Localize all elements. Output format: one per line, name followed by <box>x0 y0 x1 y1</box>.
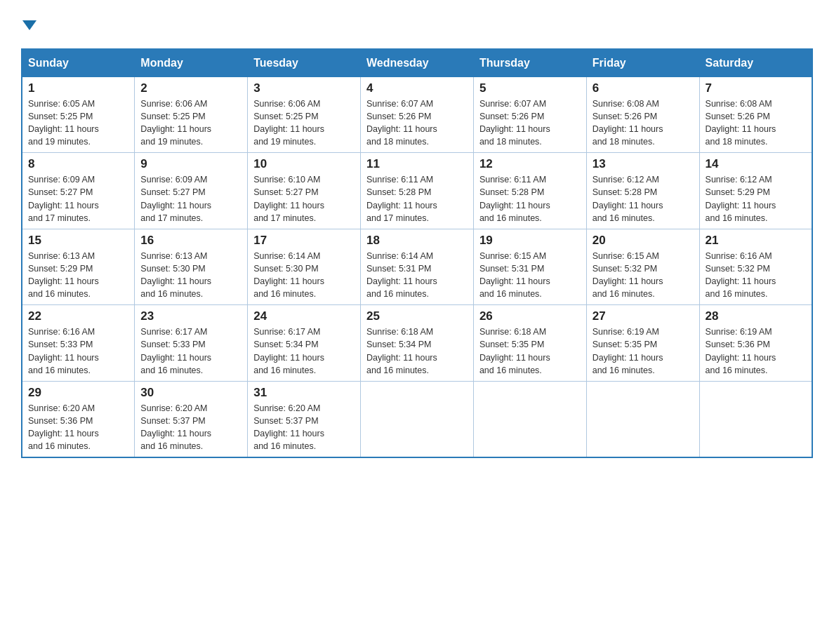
day-number: 21 <box>706 234 806 248</box>
day-number: 9 <box>140 157 241 171</box>
day-number: 13 <box>593 157 694 171</box>
day-info: Sunrise: 6:08 AMSunset: 5:26 PMDaylight:… <box>706 98 806 149</box>
calendar-cell: 21Sunrise: 6:16 AMSunset: 5:32 PMDayligh… <box>699 229 812 305</box>
calendar-header-tuesday: Tuesday <box>248 49 361 77</box>
day-number: 10 <box>253 157 355 171</box>
day-number: 31 <box>253 386 355 400</box>
day-number: 30 <box>140 386 241 400</box>
logo-triangle-icon <box>22 20 37 30</box>
day-number: 6 <box>593 81 694 95</box>
day-info: Sunrise: 6:18 AMSunset: 5:35 PMDaylight:… <box>479 326 581 377</box>
day-number: 1 <box>28 81 128 95</box>
day-info: Sunrise: 6:07 AMSunset: 5:26 PMDaylight:… <box>366 98 468 149</box>
day-info: Sunrise: 6:17 AMSunset: 5:33 PMDaylight:… <box>140 326 241 377</box>
calendar-header-monday: Monday <box>135 49 248 77</box>
day-info: Sunrise: 6:20 AMSunset: 5:36 PMDaylight:… <box>28 402 128 453</box>
day-number: 29 <box>28 386 128 400</box>
day-info: Sunrise: 6:16 AMSunset: 5:33 PMDaylight:… <box>28 326 128 377</box>
calendar-week-row: 29Sunrise: 6:20 AMSunset: 5:36 PMDayligh… <box>22 381 812 457</box>
day-info: Sunrise: 6:12 AMSunset: 5:29 PMDaylight:… <box>706 173 806 224</box>
day-number: 14 <box>706 157 806 171</box>
calendar-cell: 24Sunrise: 6:17 AMSunset: 5:34 PMDayligh… <box>248 305 361 382</box>
day-number: 15 <box>28 234 128 248</box>
day-number: 23 <box>140 309 241 323</box>
calendar-cell <box>361 381 474 457</box>
calendar-cell: 15Sunrise: 6:13 AMSunset: 5:29 PMDayligh… <box>22 229 135 305</box>
calendar-header-saturday: Saturday <box>699 49 812 77</box>
calendar-cell: 19Sunrise: 6:15 AMSunset: 5:31 PMDayligh… <box>473 229 586 305</box>
calendar-header-sunday: Sunday <box>22 49 135 77</box>
day-info: Sunrise: 6:12 AMSunset: 5:28 PMDaylight:… <box>593 173 694 224</box>
day-number: 2 <box>140 81 241 95</box>
day-number: 11 <box>366 157 468 171</box>
day-number: 22 <box>28 309 128 323</box>
day-info: Sunrise: 6:11 AMSunset: 5:28 PMDaylight:… <box>366 173 468 224</box>
calendar-cell: 3Sunrise: 6:06 AMSunset: 5:25 PMDaylight… <box>248 76 361 153</box>
calendar-table: SundayMondayTuesdayWednesdayThursdayFrid… <box>21 48 813 459</box>
day-number: 16 <box>140 234 241 248</box>
day-info: Sunrise: 6:19 AMSunset: 5:35 PMDaylight:… <box>593 326 694 377</box>
calendar-cell: 8Sunrise: 6:09 AMSunset: 5:27 PMDaylight… <box>22 153 135 229</box>
calendar-cell: 20Sunrise: 6:15 AMSunset: 5:32 PMDayligh… <box>586 229 699 305</box>
day-info: Sunrise: 6:20 AMSunset: 5:37 PMDaylight:… <box>253 402 355 453</box>
calendar-cell: 7Sunrise: 6:08 AMSunset: 5:26 PMDaylight… <box>699 76 812 153</box>
calendar-cell: 26Sunrise: 6:18 AMSunset: 5:35 PMDayligh… <box>473 305 586 382</box>
day-info: Sunrise: 6:05 AMSunset: 5:25 PMDaylight:… <box>28 98 128 149</box>
calendar-week-row: 22Sunrise: 6:16 AMSunset: 5:33 PMDayligh… <box>22 305 812 382</box>
day-number: 7 <box>706 81 806 95</box>
day-info: Sunrise: 6:10 AMSunset: 5:27 PMDaylight:… <box>253 173 355 224</box>
calendar-cell <box>699 381 812 457</box>
calendar-cell <box>586 381 699 457</box>
calendar-cell: 29Sunrise: 6:20 AMSunset: 5:36 PMDayligh… <box>22 381 135 457</box>
day-number: 4 <box>366 81 468 95</box>
day-info: Sunrise: 6:08 AMSunset: 5:26 PMDaylight:… <box>593 98 694 149</box>
calendar-cell: 14Sunrise: 6:12 AMSunset: 5:29 PMDayligh… <box>699 153 812 229</box>
day-number: 3 <box>253 81 355 95</box>
calendar-cell: 11Sunrise: 6:11 AMSunset: 5:28 PMDayligh… <box>361 153 474 229</box>
day-info: Sunrise: 6:20 AMSunset: 5:37 PMDaylight:… <box>140 402 241 453</box>
calendar-cell: 6Sunrise: 6:08 AMSunset: 5:26 PMDaylight… <box>586 76 699 153</box>
day-info: Sunrise: 6:15 AMSunset: 5:31 PMDaylight:… <box>479 250 581 301</box>
calendar-week-row: 8Sunrise: 6:09 AMSunset: 5:27 PMDaylight… <box>22 153 812 229</box>
calendar-header-friday: Friday <box>586 49 699 77</box>
calendar-header-row: SundayMondayTuesdayWednesdayThursdayFrid… <box>22 49 812 77</box>
calendar-cell: 22Sunrise: 6:16 AMSunset: 5:33 PMDayligh… <box>22 305 135 382</box>
calendar-cell: 27Sunrise: 6:19 AMSunset: 5:35 PMDayligh… <box>586 305 699 382</box>
calendar-cell: 12Sunrise: 6:11 AMSunset: 5:28 PMDayligh… <box>473 153 586 229</box>
calendar-cell: 18Sunrise: 6:14 AMSunset: 5:31 PMDayligh… <box>361 229 474 305</box>
calendar-week-row: 1Sunrise: 6:05 AMSunset: 5:25 PMDaylight… <box>22 76 812 153</box>
day-info: Sunrise: 6:14 AMSunset: 5:31 PMDaylight:… <box>366 250 468 301</box>
day-info: Sunrise: 6:06 AMSunset: 5:25 PMDaylight:… <box>253 98 355 149</box>
calendar-cell: 17Sunrise: 6:14 AMSunset: 5:30 PMDayligh… <box>248 229 361 305</box>
calendar-cell <box>473 381 586 457</box>
day-info: Sunrise: 6:09 AMSunset: 5:27 PMDaylight:… <box>140 173 241 224</box>
day-info: Sunrise: 6:09 AMSunset: 5:27 PMDaylight:… <box>28 173 128 224</box>
day-info: Sunrise: 6:06 AMSunset: 5:25 PMDaylight:… <box>140 98 241 149</box>
day-number: 8 <box>28 157 128 171</box>
day-number: 26 <box>479 309 581 323</box>
day-info: Sunrise: 6:19 AMSunset: 5:36 PMDaylight:… <box>706 326 806 377</box>
day-info: Sunrise: 6:14 AMSunset: 5:30 PMDaylight:… <box>253 250 355 301</box>
day-info: Sunrise: 6:17 AMSunset: 5:34 PMDaylight:… <box>253 326 355 377</box>
calendar-header-thursday: Thursday <box>473 49 586 77</box>
calendar-cell: 1Sunrise: 6:05 AMSunset: 5:25 PMDaylight… <box>22 76 135 153</box>
calendar-cell: 28Sunrise: 6:19 AMSunset: 5:36 PMDayligh… <box>699 305 812 382</box>
calendar-cell: 10Sunrise: 6:10 AMSunset: 5:27 PMDayligh… <box>248 153 361 229</box>
logo <box>21 14 37 36</box>
calendar-week-row: 15Sunrise: 6:13 AMSunset: 5:29 PMDayligh… <box>22 229 812 305</box>
day-number: 18 <box>366 234 468 248</box>
day-info: Sunrise: 6:07 AMSunset: 5:26 PMDaylight:… <box>479 98 581 149</box>
day-number: 20 <box>593 234 694 248</box>
calendar-cell: 4Sunrise: 6:07 AMSunset: 5:26 PMDaylight… <box>361 76 474 153</box>
calendar-cell: 2Sunrise: 6:06 AMSunset: 5:25 PMDaylight… <box>135 76 248 153</box>
day-number: 28 <box>706 309 806 323</box>
day-number: 5 <box>479 81 581 95</box>
calendar-cell: 13Sunrise: 6:12 AMSunset: 5:28 PMDayligh… <box>586 153 699 229</box>
calendar-cell: 25Sunrise: 6:18 AMSunset: 5:34 PMDayligh… <box>361 305 474 382</box>
day-info: Sunrise: 6:16 AMSunset: 5:32 PMDaylight:… <box>706 250 806 301</box>
day-info: Sunrise: 6:15 AMSunset: 5:32 PMDaylight:… <box>593 250 694 301</box>
day-number: 27 <box>593 309 694 323</box>
calendar-cell: 31Sunrise: 6:20 AMSunset: 5:37 PMDayligh… <box>248 381 361 457</box>
page-header <box>21 14 813 36</box>
calendar-cell: 30Sunrise: 6:20 AMSunset: 5:37 PMDayligh… <box>135 381 248 457</box>
